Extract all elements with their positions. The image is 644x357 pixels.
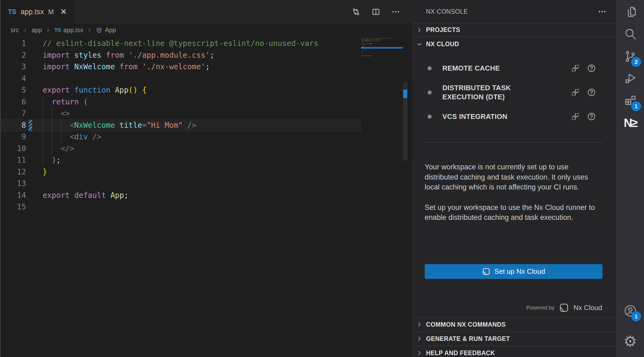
section-common-nx-commands[interactable]: COMMON NX COMMANDS [412,317,616,332]
line-number: 2 [0,49,26,61]
code-line-3[interactable]: 3import NxWelcome from './nx-welcome'; [0,61,361,73]
search-icon [624,27,637,41]
settings-gear-activity-button[interactable]: ⚙ [616,330,644,352]
breadcrumb-item-app[interactable]: app [32,27,42,34]
powered-by-label: Powered by [526,305,554,311]
section-label: COMMON NX COMMANDS [426,321,506,328]
line-number: 7 [0,108,26,119]
feature-row-vcs-integration: VCS INTEGRATION [412,104,616,129]
search-activity-button[interactable] [616,23,644,45]
scrollbar-modified-decoration [403,90,407,98]
section-generate-run-target[interactable]: GENERATE & RUN TARGET [412,332,616,346]
code-line-13[interactable]: 13 [0,178,361,190]
settings-gear-icon: ⚙ [623,334,637,349]
connect-plug-icon[interactable] [571,88,580,97]
code-line-9[interactable]: 9 <div /> [0,131,361,143]
symbol-cube-icon [96,27,102,34]
line-number: 9 [0,131,26,143]
git-modified-gutter-marker [29,120,32,131]
nx-cloud-logo-icon [559,303,569,313]
open-changes-icon [351,7,361,16]
chevron-right-icon [416,322,422,327]
section-nx-cloud[interactable]: NX CLOUD [412,37,616,52]
breadcrumb-item-app[interactable]: App [96,27,116,34]
feature-row-remote-cache: REMOTE CACHE [412,56,616,80]
open-changes-icon[interactable] [351,7,361,16]
section-label: PROJECTS [426,26,460,34]
breadcrumb[interactable]: srcappTSapp.tsxApp [0,24,412,37]
files-activity-button[interactable] [616,1,644,23]
help-icon[interactable] [587,88,596,97]
setup-nx-cloud-button[interactable]: Set up Nx Cloud [425,264,602,279]
code-text: return ( [43,96,88,108]
code-text: import NxWelcome from './nx-welcome'; [43,61,210,73]
breadcrumb-separator-icon [46,28,50,32]
code-line-5[interactable]: 5export function App() { [0,84,361,96]
code-line-1[interactable]: 1// eslint-disable-next-line @typescript… [0,38,361,49]
nx-cloud-brand: Nx Cloud [573,304,602,312]
breadcrumb-separator-icon [87,28,92,32]
code-line-11[interactable]: 11 ); [0,154,361,166]
code-line-12[interactable]: 12} [0,166,361,178]
chevron-right-icon [23,28,28,32]
debug-activity-button[interactable] [616,67,644,89]
line-number: 5 [0,84,26,96]
code-line-2[interactable]: 2import styles from './app.module.css'; [0,49,361,61]
breadcrumb-item-src[interactable]: src [11,27,19,34]
status-dot [428,90,432,94]
setup-button-label: Set up Nx Cloud [494,267,545,276]
help-icon[interactable] [587,64,596,73]
section-label: NX CLOUD [426,41,459,48]
extensions-activity-button[interactable]: 1 [616,90,644,112]
line-number: 11 [0,154,26,166]
code-line-15[interactable]: 15 [0,201,361,213]
powered-by: Powered by Nx Cloud [526,302,602,314]
section-projects[interactable]: PROJECTS [412,23,616,37]
nx-console-activity-button[interactable]: N≥ [616,112,644,134]
close-tab-icon[interactable]: ✕ [60,8,67,16]
plug-icon [571,112,580,121]
plug-icon [571,64,580,73]
section-label: HELP AND FEEDBACK [426,349,495,357]
line-number: 15 [0,201,26,213]
breadcrumb-item-app-tsx[interactable]: TSapp.tsx [54,27,83,34]
line-number: 14 [0,190,26,201]
code-line-8[interactable]: 8 <NxWelcome title="Hi Mom" /> [0,119,361,131]
notification-badge: 1 [631,311,641,321]
panel-more-actions-icon[interactable] [598,7,607,16]
code-line-7[interactable]: 7 <> [0,108,361,119]
chevron-down-icon [416,41,422,47]
typescript-file-icon: TS [54,27,61,33]
code-text: <div /> [43,131,101,143]
nx-cloud-description: Your workspace is not currently set up t… [425,162,598,223]
connect-plug-icon[interactable] [571,112,580,121]
code-text: </> [43,143,74,155]
code-text: <> [43,108,70,119]
code-line-10[interactable]: 10 </> [0,143,361,155]
line-number: 13 [0,178,26,190]
code-line-4[interactable]: 4 [0,73,361,85]
git-modified-badge: M [48,8,54,16]
more-actions-icon[interactable] [391,7,400,16]
code-text: ); [43,154,61,166]
code-text: <NxWelcome title="Hi Mom" /> [43,119,196,131]
section-help-and-feedback[interactable]: HELP AND FEEDBACK [412,346,616,357]
tab-label: app.tsx [21,8,44,16]
minimap[interactable]: // eslint-disable-next-line @typescript-… [361,38,403,150]
more-actions-icon [391,7,400,16]
code-text: export function App() { [43,84,147,96]
code-editor[interactable]: 1// eslint-disable-next-line @typescript… [0,37,361,357]
account-activity-button[interactable]: 1 [616,300,644,322]
connect-plug-icon[interactable] [571,64,580,73]
split-editor-icon[interactable] [371,7,380,16]
line-number: 10 [0,143,26,155]
tab-app-tsx[interactable]: TS app.tsx M ✕ [0,0,75,24]
code-line-6[interactable]: 6 return ( [0,96,361,108]
code-line-14[interactable]: 14export default App; [0,190,361,201]
notification-badge: 1 [631,101,641,111]
breadcrumb-separator-icon [23,28,28,32]
source-control-activity-button[interactable]: 2 [616,45,644,67]
status-dot [428,115,432,119]
status-dot [428,66,432,70]
help-icon[interactable] [587,112,596,121]
